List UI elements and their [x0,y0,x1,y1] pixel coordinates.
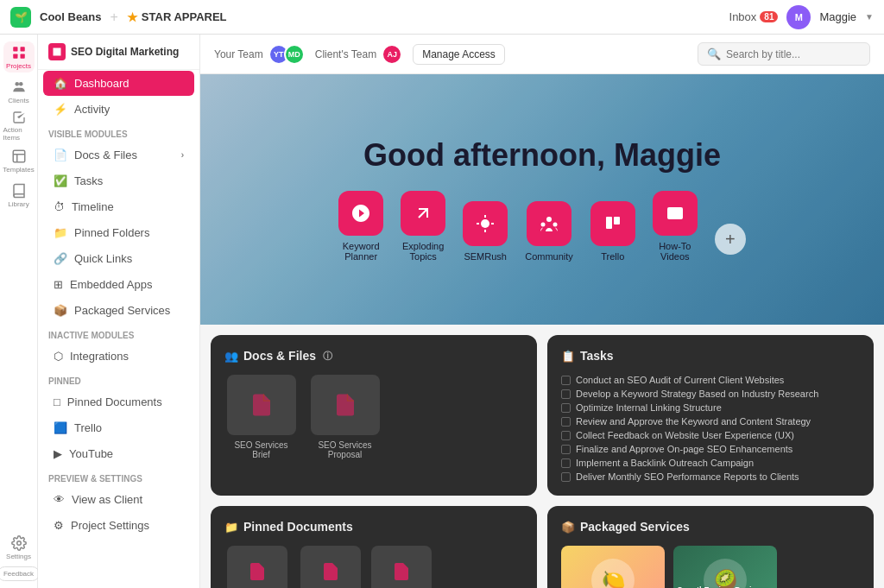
inbox-badge: 81 [760,11,778,22]
packaged-services-card: 📦 Packaged Services 🍋 LaunchPad: Starter… [547,506,874,588]
keyword-planner-button[interactable] [338,191,383,236]
doc-label: SEO Services Proposal [308,440,382,459]
community-label: Community [525,251,573,262]
doc-thumbnail [227,375,296,435]
pinned-doc-item[interactable]: SEO Agency Toolkit [298,546,363,588]
svg-rect-15 [614,217,620,224]
community-button[interactable] [527,201,571,246]
task-checkbox[interactable] [561,376,571,385]
nav-item-timeline[interactable]: ⏱ Timeline [43,194,194,219]
task-checkbox[interactable] [561,445,571,454]
nav-item-project-settings[interactable]: ⚙ Project Settings [43,513,194,538]
nav-item-docs-files[interactable]: 📄 Docs & Files › [43,142,194,168]
preview-settings-label: Preview & Settings [38,467,199,486]
exploding-topics-button[interactable] [401,191,445,236]
packaged-services-icon: 📦 [561,521,575,534]
sidebar-item-action-items[interactable]: Action Items [3,111,35,142]
sidebar-item-clients[interactable]: Clients [3,76,35,107]
nav-item-youtube[interactable]: ▶ YouTube [43,441,194,466]
hero-icons: KeywordPlanner ExplodingTopics SEMRush [338,191,746,262]
search-bar: 🔍 [698,42,870,66]
search-input[interactable] [726,48,861,60]
pinned-documents-card: 📁 Pinned Documents Best Practices for S.… [211,506,537,588]
hero-icon-semrush: SEMRush [463,201,508,262]
trello-icon: 🟦 [54,421,67,434]
pinned-docs-grid: Best Practices for S...Agencies SEO Agen… [224,546,523,588]
embedded-apps-icon: ⊞ [54,278,63,291]
nav-item-pinned-folders[interactable]: 📁 Pinned Folders [43,220,194,245]
tasks-header: 📋 Tasks [561,349,860,363]
hero-icon-community: Community [525,201,573,262]
task-item: Deliver Monthly SEO Performance Reports … [561,471,860,482]
nav-item-pinned-documents[interactable]: □ Pinned Documents [43,389,194,414]
how-to-videos-button[interactable] [653,191,698,236]
pinned-doc-item[interactable]: SEO Metrics [371,546,432,588]
exploding-topics-label: ExplodingTopics [402,241,444,262]
docs-files-header: 👥 Docs & Files ⓘ [224,349,523,363]
nav-item-view-as-client[interactable]: 👁 View as Client [43,487,194,512]
manage-access-button[interactable]: Manage Access [413,44,505,65]
nav-item-embedded-apps[interactable]: ⊞ Embedded Apps [43,272,194,297]
icon-sidebar: Projects Clients Action Items Templates … [0,35,38,588]
nav-item-quick-links[interactable]: 🔗 Quick Links [43,246,194,271]
semrush-button[interactable] [463,201,508,246]
task-checkbox[interactable] [561,403,571,413]
integrations-icon: ⬡ [54,350,63,363]
avatar[interactable]: M [786,5,811,29]
task-item: Implement a Backlink Outreach Campaign [561,458,860,468]
your-team-label: Your Team [214,48,263,60]
how-to-videos-label: How-ToVideos [659,241,691,262]
nav-item-integrations[interactable]: ⬡ Integrations [43,344,194,369]
sidebar-item-settings[interactable]: Settings [3,532,35,563]
doc-label: SEO Services Brief [224,440,298,459]
content-area: Your Team YT MD Client's Team AJ Manage … [200,35,884,588]
add-icon-button[interactable]: + [715,224,746,255]
hero-icon-exploding-topics: ExplodingTopics [401,191,445,262]
sidebar-item-library[interactable]: Library [3,180,35,211]
team-avatar: MD [284,44,305,65]
task-checkbox[interactable] [561,472,571,482]
doc-item[interactable]: SEO Services Brief [224,375,298,459]
docs-files-info-icon: ⓘ [323,350,332,363]
pinned-doc-item[interactable]: Best Practices for S...Agencies [224,546,289,588]
team-avatar: AJ [382,44,402,65]
nav-item-trello[interactable]: 🟦 Trello [43,415,194,440]
feedback-button[interactable]: Feedback [0,566,40,581]
trello-button[interactable] [590,201,635,246]
inbox-button[interactable]: Inbox 81 [729,10,779,23]
view-icon: 👁 [54,493,65,506]
task-checkbox[interactable] [561,458,571,468]
task-list: Conduct an SEO Audit of Current Client W… [561,375,860,482]
tasks-icon: 📋 [561,350,575,363]
pinned-doc-thumbnail [371,546,432,588]
doc-item[interactable]: SEO Services Proposal [308,375,382,459]
left-sidebar: SEO Digital Marketing 🏠 Dashboard ⚡ Acti… [38,35,200,588]
service-card-launchpad[interactable]: 🍋 LaunchPad: Starter Web Design Package° [561,546,665,588]
keyword-planner-label: KeywordPlanner [343,241,380,262]
hero-icon-trello: Trello [590,201,635,262]
svg-point-10 [481,219,489,228]
sidebar-item-projects[interactable]: Projects [3,41,35,73]
nav-item-dashboard[interactable]: 🏠 Dashboard [43,71,194,96]
sidebar-item-templates[interactable]: Templates [3,145,35,176]
svg-rect-0 [13,47,17,51]
trello-label: Trello [601,251,624,262]
nav-item-packaged-services[interactable]: 📦 Packaged Services [43,298,194,323]
task-checkbox[interactable] [561,389,571,399]
svg-point-11 [546,217,552,222]
task-item: Finalize and Approve On-page SEO Enhance… [561,444,860,454]
pinned-doc-thumbnail [227,546,287,588]
modules-grid: 👥 Docs & Files ⓘ SEO Services Brief [200,325,884,588]
hero-icon-how-to-videos: How-ToVideos [653,191,698,262]
docs-icon: 📄 [54,149,67,161]
nav-item-tasks[interactable]: ✅ Tasks [43,168,194,193]
nav-item-activity[interactable]: ⚡ Activity [43,97,194,122]
task-item: Develop a Keyword Strategy Based on Indu… [561,389,860,399]
tasks-title: Tasks [580,349,614,363]
docs-files-grid: SEO Services Brief SEO Services Proposal [224,375,523,459]
docs-files-icon: 👥 [224,350,238,363]
svg-rect-6 [13,150,25,162]
service-card-growthengine[interactable]: 🥝 GrowthEngine: Business Web Development… [673,546,777,588]
task-checkbox[interactable] [561,431,571,440]
task-checkbox[interactable] [561,417,571,427]
